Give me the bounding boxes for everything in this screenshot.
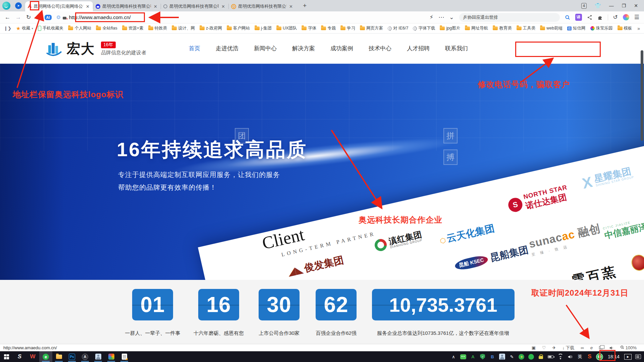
nav-tech[interactable]: 技术中心 [369,45,391,52]
search-hotword[interactable]: 乒协回应退出世排 [463,14,498,20]
nav-jobs[interactable]: 人才招聘 [407,45,430,52]
nav-contact[interactable]: 联系我们 [445,45,468,52]
sidebar-toggle-icon[interactable]: ❙❯ [4,26,11,31]
taskbar-app-photoshop[interactable]: Ps [65,351,78,362]
boost-rocket-icon[interactable]: ✈ [552,345,556,350]
start-button[interactable] [0,351,13,362]
volume-icon[interactable] [567,353,574,361]
ime-language-indicator[interactable]: 英 [577,353,583,361]
ie-mode-icon[interactable]: e [590,345,593,350]
url-field[interactable]: http://www.amaedu.com.cn/ [57,14,425,20]
tab-close-icon[interactable]: ✕ [221,4,226,9]
bookmark-folder[interactable]: 客户网站 [227,25,250,31]
bookmarks-overflow-icon[interactable]: » [637,26,640,31]
bookmark-folder[interactable]: 教育类 [493,25,512,31]
taskbar-app-360browser[interactable]: e [39,351,52,362]
360-browser-tray-icon[interactable] [528,353,535,361]
bookmark-folder[interactable]: 网页方案 [360,25,383,31]
tab-close-icon[interactable]: ✕ [288,4,293,9]
bookmark-folder[interactable]: 字体 [302,25,316,31]
windows-stack-icon[interactable] [599,346,603,349]
360-safe-icon[interactable]: + [518,353,525,361]
bookmark-folder[interactable]: z-政府网 [200,25,222,31]
undo-icon[interactable]: ↺ [613,14,618,21]
extensions-puzzle-icon[interactable] [597,15,603,20]
flash-icon[interactable]: ⚡ [429,14,433,21]
tab-baidu[interactable]: 昆明优浩网络科技有限公司_百 ✕ [93,1,161,11]
bookmark-folder[interactable]: 模板 [618,25,632,31]
nav-news[interactable]: 新闻中心 [254,45,277,52]
bookmark-folder[interactable]: 学习 [340,25,355,31]
bookmark-folder[interactable]: 工具类 [517,25,536,31]
menu-icon[interactable]: ☰ [634,14,639,21]
notification-center-icon[interactable] [635,353,641,361]
bookmark-mobile[interactable]: 手机收藏夹 [38,25,64,31]
video-play-icon[interactable]: ▶ [624,353,632,361]
taskbar-app-spiral[interactable]: S [13,351,26,362]
bookmark-folder[interactable]: 设计、网 [172,25,195,31]
tab-active[interactable]: A 昆明网络公司|云南网络公司|昆 ✕ [25,1,93,11]
pen-icon[interactable]: ✎ [508,353,515,361]
search-input[interactable]: 乒协回应退出世排 [459,13,560,22]
page-scrollbar-thumb[interactable] [641,50,643,141]
nav-cases[interactable]: 成功案例 [330,45,353,52]
theme-skin-icon[interactable]: 👕 [595,3,601,9]
mute-speaker-icon[interactable] [609,346,614,350]
nav-about[interactable]: 走进优浩 [216,45,238,52]
bookmark-gem[interactable]: 珠宝乐园 [590,25,613,31]
nav-solutions[interactable]: 解决方案 [292,45,315,52]
translate-icon[interactable]: 译 [575,14,582,21]
tray-a-icon[interactable]: A [470,353,476,361]
bookmark-site[interactable]: 对 IE6/7 [388,25,408,31]
tab-site[interactable]: 昆明优浩网络科技有限公司 - ✕ [161,1,228,11]
360-speedball-badge[interactable]: 69 [596,353,603,361]
back-icon[interactable]: ← [5,14,10,21]
bluetooth-icon[interactable]: B [489,353,496,361]
site-logo[interactable]: 宏大 16年 品牌信息化的建设者 [45,40,146,58]
browser-logo-icon[interactable] [2,2,10,10]
nav-home[interactable]: 首页 [189,45,200,52]
bookmark-folder[interactable]: jpg图片 [440,25,460,31]
taskbar-app-notepad[interactable] [118,351,131,362]
bookmark-folder[interactable]: 个人网站 [68,25,91,31]
bookmark-folder[interactable]: 专题 [321,25,336,31]
taskbar-app-explorer[interactable] [52,351,65,362]
bookmark-folder[interactable]: 全站flas [96,25,117,31]
tab-site-2[interactable]: Q 昆明优浩网络科技有限公司 - ✕ [228,1,296,11]
bookmark-folder[interactable]: 特效类 [148,25,167,31]
reload-icon[interactable]: ↻ [26,14,31,21]
bookmark-site[interactable]: 字体下载 [413,25,435,31]
snapshot-icon[interactable]: ▣ [532,345,536,350]
forward-icon[interactable]: → [15,14,21,21]
wifi-icon[interactable] [557,353,564,361]
bookmark-folder[interactable]: web前端 [540,25,562,31]
tray-expand-icon[interactable]: ∧ [450,353,457,361]
restore-button[interactable]: ❐ [622,3,626,8]
bookmark-folder[interactable]: 网址导航 [465,25,488,31]
tab-close-icon[interactable]: ✕ [85,4,90,9]
power-plug-icon[interactable] [547,353,554,361]
sogou-icon[interactable]: S [586,353,593,361]
taskbar-app-contact[interactable] [92,351,105,362]
more-dots-icon[interactable]: ⋯ [438,14,444,21]
ai-badge-icon[interactable]: AI [45,15,52,20]
security-shield-icon[interactable]: ✓ [479,353,486,361]
taskbar-app-wps[interactable]: W [26,351,39,362]
quick-access-icon[interactable]: ➤ [15,2,22,9]
home-icon[interactable]: ⌂ [36,14,39,21]
tray-avatar-icon[interactable] [499,353,505,361]
tab-close-icon[interactable]: ✕ [153,4,158,9]
ai-assistant-icon[interactable] [623,14,629,20]
page-zoom-control[interactable]: 100% [620,345,637,350]
taskbar-clock[interactable]: 18:14 [606,354,621,359]
health-icon[interactable]: ♡ [542,345,546,350]
bookmark-folder[interactable]: j-集团 [255,25,272,31]
taskbar-app-media[interactable] [105,351,118,362]
wechat-icon[interactable] [460,353,467,361]
new-tab-button[interactable]: + [301,2,309,9]
favorites-button[interactable]: ★收藏▾ [16,25,33,32]
bookmark-sms[interactable]: 信短信网 [567,25,586,31]
search-icon[interactable] [565,15,570,20]
download-button[interactable]: ↓ 下载 [562,345,574,351]
close-button[interactable]: ✕ [634,3,638,8]
